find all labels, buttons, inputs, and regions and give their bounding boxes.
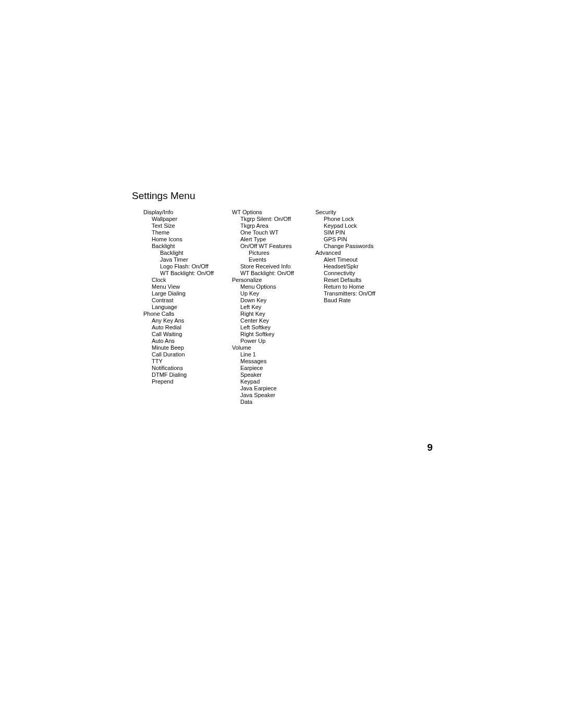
menu-item: Logo Flash: On/Off (160, 263, 232, 270)
menu-item: Line 1 (240, 351, 315, 358)
menu-item: Backlight (152, 243, 232, 250)
menu-item: Menu Options (240, 283, 315, 290)
page-number: 9 (427, 442, 433, 453)
menu-column-2: WT OptionsTkgrp Silent: On/OffTkgrp Area… (232, 209, 315, 405)
menu-item: Tkgrp Area (240, 223, 315, 229)
menu-item: Prepend (152, 378, 232, 385)
menu-item: Auto Redial (152, 324, 232, 331)
menu-item: Pictures (249, 250, 315, 256)
menu-item: Right Key (240, 311, 315, 317)
menu-item: Left Softkey (240, 324, 315, 331)
menu-item: Text Size (152, 223, 232, 229)
menu-item: Reset Defaults (324, 277, 404, 283)
menu-item: TTY (152, 358, 232, 365)
menu-item: Right Softkey (240, 331, 315, 338)
menu-item: Backlight (160, 250, 232, 256)
menu-column-3: SecurityPhone LockKeypad LockSIM PINGPS … (315, 209, 404, 405)
menu-item: Contrast (152, 297, 232, 304)
menu-item: Call Waiting (152, 331, 232, 338)
menu-item: Language (152, 304, 232, 311)
menu-item: WT Backlight: On/Off (240, 270, 315, 277)
menu-item: Alert Timeout (324, 256, 404, 263)
menu-item: WT Options (232, 209, 315, 216)
menu-item: Connectivity (324, 270, 404, 277)
menu-item: Power Up (240, 338, 315, 344)
menu-item: Baud Rate (324, 297, 404, 304)
menu-item: GPS PIN (324, 236, 404, 243)
menu-item: Store Received Info (240, 263, 315, 270)
menu-item: On/Off WT Features (240, 243, 315, 250)
menu-item: Personalize (232, 277, 315, 283)
page-title: Settings Menu (132, 190, 434, 202)
menu-item: Events (249, 256, 315, 263)
menu-item: Tkgrp Silent: On/Off (240, 216, 315, 223)
menu-item: Home Icons (152, 236, 232, 243)
menu-item: Messages (240, 358, 315, 365)
menu-item: Return to Home (324, 283, 404, 290)
menu-item: Call Duration (152, 351, 232, 358)
menu-item: Down Key (240, 297, 315, 304)
menu-item: Java Timer (160, 256, 232, 263)
menu-item: Any Key Ans (152, 317, 232, 324)
menu-columns: Display/InfoWallpaperText SizeThemeHome … (132, 209, 434, 405)
menu-item: Volume (232, 344, 315, 351)
menu-item: Menu View (152, 283, 232, 290)
menu-item: Keypad (240, 378, 315, 385)
menu-item: Java Earpiece (240, 385, 315, 392)
menu-item: DTMF Dialing (152, 372, 232, 378)
menu-item: Display/Info (143, 209, 232, 216)
menu-item: WT Backlight: On/Off (160, 270, 232, 277)
menu-item: Java Speaker (240, 392, 315, 399)
menu-item: Wallpaper (152, 216, 232, 223)
content-area: Settings Menu Display/InfoWallpaperText … (132, 190, 434, 405)
menu-item: Keypad Lock (324, 223, 404, 229)
menu-item: Speaker (240, 372, 315, 378)
menu-item: Change Passwords (324, 243, 404, 250)
menu-item: Minute Beep (152, 344, 232, 351)
menu-item: Transmitters: On/Off (324, 290, 404, 297)
menu-item: Center Key (240, 317, 315, 324)
menu-item: Phone Calls (143, 311, 232, 317)
document-page: Settings Menu Display/InfoWallpaperText … (0, 0, 563, 728)
menu-item: Up Key (240, 290, 315, 297)
menu-item: Earpiece (240, 365, 315, 372)
menu-item: Alert Type (240, 236, 315, 243)
menu-item: Large Dialing (152, 290, 232, 297)
menu-item: Auto Ans (152, 338, 232, 344)
menu-item: Phone Lock (324, 216, 404, 223)
menu-item: Advanced (315, 250, 404, 256)
menu-item: Left Key (240, 304, 315, 311)
menu-item: One Touch WT (240, 229, 315, 236)
menu-item: Headset/Spkr (324, 263, 404, 270)
menu-item: Security (315, 209, 404, 216)
menu-item: SIM PIN (324, 229, 404, 236)
menu-item: Notifications (152, 365, 232, 372)
menu-item: Theme (152, 229, 232, 236)
menu-item: Clock (152, 277, 232, 283)
menu-column-1: Display/InfoWallpaperText SizeThemeHome … (143, 209, 232, 405)
menu-item: Data (240, 399, 315, 405)
